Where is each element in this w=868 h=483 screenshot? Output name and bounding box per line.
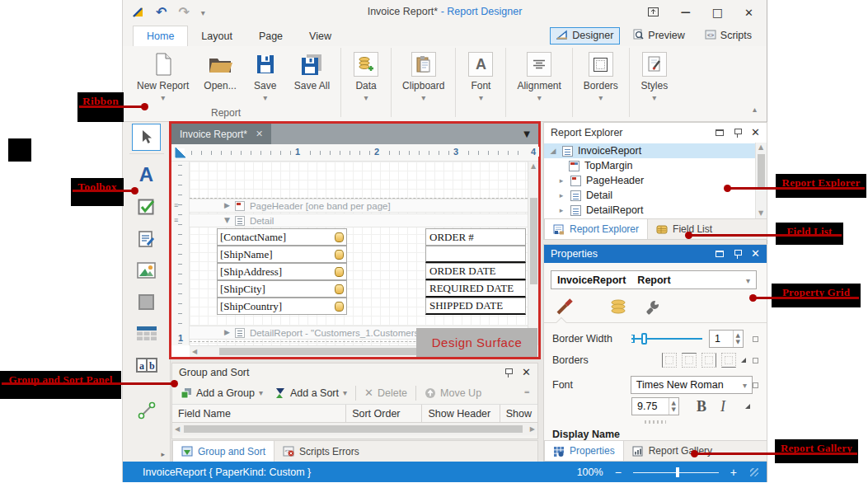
slider-handle[interactable] (641, 333, 647, 345)
border-right-preset-icon[interactable] (701, 353, 716, 368)
move-up-button[interactable]: Move Up (421, 386, 485, 401)
pin-icon[interactable] (734, 129, 741, 138)
tab-scripts-errors[interactable]: <> Scripts Errors (274, 441, 368, 462)
toolbox-label-tool[interactable]: A (132, 161, 161, 188)
tree-node-invoicereport[interactable]: ◢ InvoiceReport (544, 143, 755, 158)
appearance-brush-icon[interactable] (556, 298, 574, 316)
page-header-band[interactable]: ▶ PageHeader [one band per page] (190, 199, 528, 213)
scrollbar-thumb[interactable] (530, 198, 537, 284)
expanded-icon[interactable]: ◢ (549, 147, 557, 155)
tab-group-and-sort[interactable]: Group and Sort (172, 441, 274, 462)
property-marker[interactable] (753, 336, 758, 342)
line-control[interactable] (425, 246, 526, 263)
delete-button[interactable]: ✕ Delete (361, 385, 411, 401)
zoom-in-icon[interactable]: + (730, 466, 737, 479)
tab-home[interactable]: Home (133, 26, 188, 46)
toolbar-overflow-icon[interactable]: ═ (525, 389, 533, 396)
font-name-combo[interactable]: Times New Roman (631, 376, 753, 394)
collapse-icon[interactable]: ▶ (224, 329, 230, 336)
collapse-icon[interactable]: ▶ (224, 202, 230, 209)
scroll-down-icon[interactable]: ▼ (758, 210, 763, 217)
field-shipcountry[interactable]: [ShipCountry] (217, 298, 347, 315)
tree-node-topmargin[interactable]: TopMargin (544, 158, 755, 173)
spin-up-icon[interactable]: ▲ (672, 401, 676, 406)
panel-close-icon[interactable] (751, 248, 760, 260)
label-order-date[interactable]: ORDER DATE (425, 263, 526, 280)
scroll-left-icon[interactable]: ◀ (192, 349, 197, 355)
preview-view-button[interactable]: Preview (626, 26, 691, 45)
clipboard-button[interactable]: Clipboard (395, 46, 452, 102)
detail-band[interactable]: ▼ Detail (190, 213, 528, 227)
toolbox-panel-tool[interactable] (132, 288, 161, 316)
pin-icon[interactable] (734, 250, 741, 259)
expand-icon[interactable]: ▼ (224, 217, 230, 224)
italic-button[interactable]: I (712, 398, 734, 415)
resize-grip[interactable] (750, 468, 758, 476)
splitter-grip[interactable] (645, 420, 666, 424)
scrollbar-thumb[interactable] (184, 425, 523, 433)
panel-close-icon[interactable] (522, 367, 531, 378)
scripts-view-button[interactable]: <> Scripts (698, 27, 758, 45)
tab-page[interactable]: Page (246, 26, 296, 46)
column-sort-order[interactable]: Sort Order (346, 405, 422, 422)
label-order-number[interactable]: ORDER # (425, 228, 526, 246)
tab-list-dropdown-icon[interactable]: ▼ (523, 130, 538, 138)
expand-corner-icon[interactable] (745, 404, 750, 409)
object-selector[interactable]: InvoiceReportReport (551, 270, 757, 289)
scroll-up-icon[interactable]: ▲ (531, 163, 536, 170)
collapse-icon[interactable]: ▸ (557, 192, 565, 199)
border-width-slider[interactable] (631, 332, 702, 345)
tab-view[interactable]: View (296, 26, 345, 46)
property-marker[interactable] (753, 358, 758, 363)
zoom-out-icon[interactable]: − (615, 466, 622, 479)
add-sort-button[interactable]: Add a Sort (271, 386, 350, 401)
pin-icon[interactable] (504, 368, 512, 377)
spin-up-icon[interactable]: ▲ (736, 333, 740, 339)
ribbon-collapse-icon[interactable]: ▴ (753, 106, 757, 114)
tab-properties[interactable]: Properties (544, 441, 624, 461)
scroll-left-icon[interactable]: ◀ (175, 426, 180, 433)
add-group-button[interactable]: Add a Group (177, 386, 266, 401)
field-shipname[interactable]: [ShipName] (217, 246, 347, 263)
borders-button[interactable]: Borders (576, 46, 626, 102)
label-required-date[interactable]: REQUIRED DATE (425, 280, 526, 298)
toolbox-richtext-tool[interactable] (132, 225, 161, 252)
font-button[interactable]: A Font (459, 46, 502, 102)
border-bottom-preset-icon[interactable] (721, 353, 736, 368)
save-all-button[interactable]: Save All (287, 46, 337, 91)
toolbox-pointer-tool[interactable] (132, 124, 161, 151)
toolbox-expand-icon[interactable]: ▸ (161, 451, 165, 458)
tree-scrollbar[interactable]: ▲ ▼ (755, 143, 767, 218)
panel-close-icon[interactable] (751, 127, 760, 138)
property-marker[interactable] (753, 382, 758, 388)
toolbox-character-comb-tool[interactable]: ab (132, 351, 161, 378)
border-width-spinner[interactable]: 1 ▲▼ (709, 330, 744, 348)
styles-button[interactable]: Styles (633, 46, 676, 102)
scrollbar-thumb[interactable] (758, 154, 765, 187)
collapse-icon[interactable]: ▸ (557, 207, 565, 214)
new-report-button[interactable]: New Report (129, 46, 196, 102)
spin-down-icon[interactable]: ▼ (672, 407, 676, 413)
tab-layout[interactable]: Layout (188, 26, 246, 46)
float-panel-icon[interactable] (716, 251, 724, 257)
tab-report-gallery[interactable]: Report Gallery (624, 441, 720, 461)
tab-report-explorer[interactable]: Report Explorer (544, 219, 648, 239)
data-button[interactable]: Data (345, 46, 387, 102)
toolbox-table-tool[interactable] (132, 320, 161, 347)
field-shipaddress[interactable]: [ShipAddress] (217, 263, 347, 280)
column-show-header[interactable]: Show Header (422, 405, 500, 422)
tools-wrench-icon[interactable] (645, 298, 661, 315)
spin-down-icon[interactable]: ▼ (736, 340, 740, 345)
band-grip[interactable]: ≡ (174, 201, 177, 209)
border-left-preset-icon[interactable] (662, 353, 677, 368)
vertical-scrollbar[interactable]: ▲ (528, 162, 538, 345)
column-show[interactable]: Show (500, 405, 537, 422)
save-button[interactable]: Save (244, 46, 287, 102)
zoom-handle[interactable] (676, 467, 679, 477)
toolbox-checkbox-tool[interactable] (132, 194, 161, 221)
column-field-name[interactable]: Field Name (172, 405, 346, 422)
float-panel-icon[interactable] (716, 129, 724, 136)
scroll-right-icon[interactable]: ▶ (530, 426, 535, 433)
font-size-spinner[interactable]: 9.75 ▲▼ (631, 397, 679, 415)
expand-corner-icon[interactable] (741, 358, 746, 363)
